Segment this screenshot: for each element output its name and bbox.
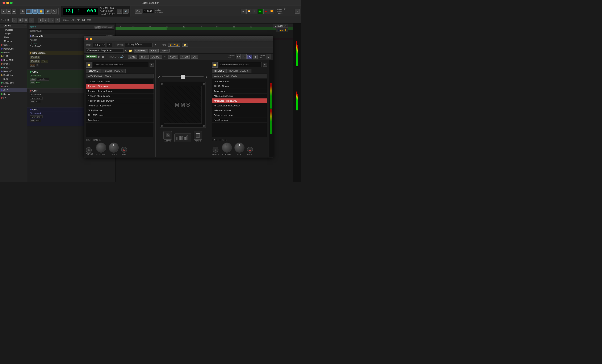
- file-a-5[interactable]: AccidentsHappen.wav: [86, 103, 153, 108]
- track-item-perc[interactable]: PERC: [0, 66, 27, 70]
- minimize-button[interactable]: [6, 2, 9, 4]
- pwr-btn-a[interactable]: ⏻: [121, 147, 127, 153]
- track-item-timecode[interactable]: Timecode: [0, 28, 27, 32]
- fast-forward-btn[interactable]: ⏩: [269, 9, 274, 14]
- monitor-btn[interactable]: 🎧: [117, 9, 122, 14]
- sync-btn[interactable]: ⟺: [48, 18, 54, 22]
- track-item-vocals[interactable]: Vocals: [0, 85, 27, 88]
- file-a-3[interactable]: A spoon of sauce.wav: [86, 94, 153, 98]
- track-item-rtm-gtrs[interactable]: RtmGuitrs: [0, 73, 27, 77]
- automation-btn[interactable]: ⚙: [38, 18, 43, 22]
- load-default-a-btn[interactable]: LOAD DEFAULT FOLDER: [86, 74, 154, 78]
- track-item-fx[interactable]: FX: [0, 96, 27, 100]
- track-item-tempo[interactable]: Tempo: [0, 32, 27, 35]
- file-b-0[interactable]: AirFryThis.wav: [212, 79, 267, 84]
- output-button[interactable]: OUTPUT: [150, 55, 162, 59]
- ab-handle[interactable]: [181, 75, 185, 79]
- hand-tool[interactable]: ✋: [38, 9, 44, 14]
- pause-preview-btn[interactable]: ⏹: [102, 55, 105, 58]
- maximize-button[interactable]: [10, 2, 13, 4]
- pencil-tool[interactable]: ✎: [52, 9, 57, 14]
- plugin-settings-btn[interactable]: ⚙: [125, 49, 128, 52]
- folder-a-btn[interactable]: 📁: [86, 62, 92, 68]
- delay-knob-a[interactable]: [108, 143, 119, 153]
- speaker-tool[interactable]: 🔊: [45, 9, 51, 14]
- active-icon-3[interactable]: [194, 131, 202, 140]
- path-dropdown-a[interactable]: ▼: [150, 63, 154, 67]
- loop-mode-btn[interactable]: ⇄: [12, 18, 17, 22]
- file-a-6[interactable]: AirFryThis.wav: [86, 108, 153, 113]
- pitch-button[interactable]: PITCH: [180, 55, 190, 59]
- redo-btn[interactable]: ↪: [242, 54, 247, 59]
- forward-button[interactable]: ▶: [12, 9, 16, 14]
- tracks-collapse[interactable]: ✕: [24, 25, 26, 27]
- gate-button[interactable]: GATE: [128, 55, 137, 59]
- track-view-btn[interactable]: ▤: [23, 18, 28, 22]
- comp-button[interactable]: COMP: [168, 55, 178, 59]
- help-btn[interactable]: ?: [266, 54, 271, 59]
- delay-knob-b[interactable]: [234, 143, 245, 153]
- file-b-4[interactable]: Arrogance Is Bliss.wav: [212, 98, 267, 103]
- file-b-1[interactable]: ALL ENGL.wav: [212, 84, 267, 89]
- browse-tab-b[interactable]: BROWSE: [212, 69, 227, 73]
- track-list-scroll[interactable]: Timecode Tempo Meter Markers Click 1 Mas…: [0, 28, 27, 182]
- clip-view-btn[interactable]: ▦: [18, 18, 23, 22]
- plugin-close-btn[interactable]: [86, 38, 88, 40]
- grid-btn[interactable]: Grid: [135, 9, 142, 14]
- pwr-btn-b[interactable]: ⏻: [247, 147, 253, 153]
- play-btn[interactable]: ▶: [258, 9, 263, 14]
- midi-btn[interactable]: ♪: [43, 18, 47, 22]
- active-icon-2[interactable]: [174, 134, 191, 142]
- range-tool[interactable]: ⊞: [32, 9, 38, 14]
- load-default-b-btn[interactable]: LOAD DEFAULT FOLDER: [212, 74, 267, 78]
- active-icon-1[interactable]: [163, 131, 172, 140]
- zoom-button[interactable]: ⊕: [20, 9, 25, 14]
- track-item-inst[interactable]: INST: [0, 54, 27, 58]
- file-a-0[interactable]: A scoop of fries 3.wav: [86, 79, 153, 84]
- perc-s-btn[interactable]: S: [95, 26, 97, 29]
- file-b-5[interactable]: ArroganceisBalanced.wav: [212, 103, 267, 108]
- safe-button[interactable]: SAFE: [149, 49, 158, 52]
- track-selector[interactable]: Gtr L: [93, 43, 106, 47]
- track-item-meter[interactable]: Meter: [0, 35, 27, 39]
- track-item-drums[interactable]: Drums: [0, 62, 27, 66]
- file-b-2[interactable]: Angsty.wav: [212, 89, 267, 94]
- track-item-master[interactable]: Master: [0, 51, 27, 54]
- folder-b-btn[interactable]: 📁: [212, 62, 218, 68]
- track-item-click1[interactable]: Click 1: [0, 43, 27, 47]
- track-item-rec[interactable]: REC: [0, 77, 27, 81]
- file-a-7[interactable]: ALL ENGL.wav: [86, 113, 153, 118]
- folder-copy-btn[interactable]: 📁: [182, 43, 188, 47]
- record-btn[interactable]: ⏺: [263, 9, 269, 14]
- phase-btn-b[interactable]: ⊘: [213, 147, 218, 153]
- back-button[interactable]: ◀: [1, 9, 6, 14]
- recent-tab-a[interactable]: RECENT FOLDERS: [101, 69, 126, 73]
- file-a-4[interactable]: A spoon of saucelow.wav: [86, 98, 153, 103]
- a-btn[interactable]: A: [247, 55, 252, 59]
- file-list-b[interactable]: AirFryThis.wav ALL ENGL.wav Angsty.wav A…: [212, 79, 267, 137]
- undo-btn[interactable]: ↩: [236, 54, 241, 59]
- track-item-markers[interactable]: Markers: [0, 39, 27, 43]
- file-a-2[interactable]: A spoon of sauce 2.wav: [86, 89, 153, 94]
- phase-btn-a[interactable]: ⊘: [86, 147, 92, 153]
- track-item-lead-gtrs[interactable]: LeadGuitrs: [0, 81, 27, 85]
- rewind-button[interactable]: ⏮: [6, 9, 11, 14]
- file-a-1[interactable]: A scoop of fries.wav: [86, 84, 153, 89]
- browse-tab-a[interactable]: BROWSE: [86, 69, 101, 73]
- input-button[interactable]: INPUT: [139, 55, 149, 59]
- select-tool[interactable]: ⬛: [26, 9, 32, 14]
- volume-knob-a[interactable]: [96, 143, 106, 153]
- volume-icon-btn[interactable]: 🔊: [120, 55, 124, 58]
- play-preview-btn[interactable]: ▶: [98, 55, 100, 58]
- file-b-6[interactable]: balanced full.wav: [212, 108, 267, 113]
- preset-input[interactable]: <factory default>: [125, 43, 152, 47]
- bypass-button[interactable]: BYPASS: [168, 43, 180, 47]
- window-controls[interactable]: [2, 2, 13, 4]
- eq-button[interactable]: EQ: [191, 55, 198, 59]
- track-item-masterend[interactable]: MasterEnd: [0, 47, 27, 51]
- file-list-a[interactable]: A scoop of fries 3.wav A scoop of fries.…: [86, 79, 154, 137]
- native-button[interactable]: Native: [160, 49, 170, 52]
- close-button[interactable]: [2, 2, 5, 4]
- track-item-drum-midi[interactable]: Drum MIDI: [0, 58, 27, 62]
- rewind-btn[interactable]: ⏪: [246, 9, 251, 14]
